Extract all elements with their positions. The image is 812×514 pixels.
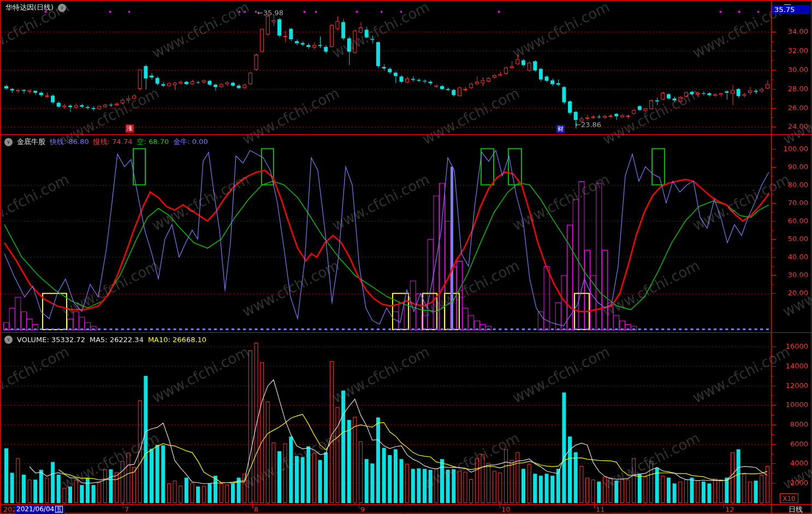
indicator-axis-tick-label: 80.00 xyxy=(774,181,808,189)
indicator-axis-tick-label: 40.00 xyxy=(774,253,808,261)
month-axis-label: 12 xyxy=(725,505,734,513)
volume-axis-tick-label: 14000 xyxy=(774,362,808,370)
price-axis-tick-label: 24.00 xyxy=(774,122,808,130)
volume-panel-header: ∨ VOLUME: 35332.72 MA5: 26222.34 MA10: 2… xyxy=(4,336,206,344)
indicator-field-slow: 慢线: 74.74 xyxy=(93,137,133,147)
low-price-annotation: ←23.86 xyxy=(575,121,601,129)
volume-ma5: MA5: 26222.34 xyxy=(90,336,144,344)
indicator-axis-tick-label: 90.00 xyxy=(774,163,808,171)
indicator-axis-tick-label: 30.00 xyxy=(774,271,808,279)
indicator-axis-tick-label: 20.00 xyxy=(774,289,808,297)
indicator-name: 金底牛股 xyxy=(17,137,45,147)
event-marker[interactable]: 财 xyxy=(556,125,565,133)
candlestick-panel-header: 华特达因(日线) ∨ xyxy=(5,3,66,13)
month-axis-label: 9 xyxy=(360,505,365,513)
chevron-down-icon[interactable]: ∨ xyxy=(4,336,13,344)
month-axis-label: 7 xyxy=(125,505,129,513)
month-axis-label: 8 xyxy=(254,505,258,513)
month-axis-label: 11 xyxy=(596,505,605,513)
selected-date: 2021/06/04 xyxy=(16,505,54,513)
chevron-down-icon[interactable]: ∨ xyxy=(58,4,66,12)
indicator-axis-tick-label: 70.00 xyxy=(774,199,808,207)
selected-weekday: 五 xyxy=(55,506,63,513)
indicator-axis-tick-label: 100.00 xyxy=(774,145,808,153)
period-label[interactable]: 日线 xyxy=(789,505,803,514)
price-axis-tick-label: 26.00 xyxy=(774,104,808,112)
volume-axis-tick-label: 4000 xyxy=(774,459,808,467)
volume-axis-tick-label: 8000 xyxy=(774,420,808,428)
high-price-annotation: ←35.98 xyxy=(257,9,283,17)
volume-ma10: MA10: 26668.10 xyxy=(148,336,206,344)
price-axis-tick-label: 30.00 xyxy=(774,65,808,74)
volume-axis-tick-label: 12000 xyxy=(774,381,808,390)
month-axis-label: 10 xyxy=(501,505,511,513)
volume-multiplier-badge: X10 xyxy=(780,493,798,503)
stock-app-window: www.cfchi.comwww.cfchi.comwww.cfchi.comw… xyxy=(0,0,812,514)
price-axis-tick-label: 28.00 xyxy=(774,85,808,93)
price-axis-tick-label: 32.00 xyxy=(774,46,808,55)
volume-axis-tick-label: 10000 xyxy=(774,401,808,409)
indicator-field-fast: 快线: 86.80 xyxy=(50,137,89,147)
limit-up-marker[interactable]: 涨 xyxy=(126,124,134,133)
chevron-down-icon[interactable]: ∨ xyxy=(4,138,13,146)
volume-value: VOLUME: 35332.72 xyxy=(17,336,85,344)
volume-axis-tick-label: 16000 xyxy=(774,342,808,350)
price-axis-tick-label: 34.00 xyxy=(774,27,808,35)
indicator-field-jinniu: 金牛: 0.00 xyxy=(173,137,208,147)
indicator-axis-tick-label: 60.00 xyxy=(774,217,808,225)
volume-axis-tick-label: 2000 xyxy=(774,479,808,487)
selected-date-badge: 2021/06/04 五 xyxy=(15,505,64,513)
indicator-field-kong: 空: 68.70 xyxy=(137,137,169,147)
page-title: 华特达因(日线) xyxy=(5,3,54,13)
indicator-panel-header: ∨ 金底牛股 快线: 86.80 慢线: 74.74 空: 68.70 金牛: … xyxy=(4,137,208,147)
volume-axis-tick-label: 6000 xyxy=(774,440,808,448)
current-price-badge: 35.75 xyxy=(772,5,810,14)
indicator-axis-tick-label: 50.00 xyxy=(774,235,808,243)
